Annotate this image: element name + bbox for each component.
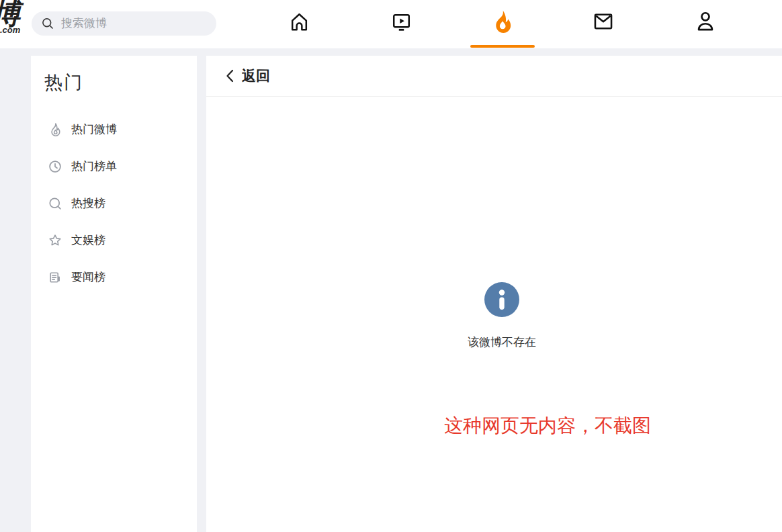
topbar: 博 .com	[0, 0, 782, 48]
info-icon	[484, 282, 519, 317]
sidebar-item-hot-lists[interactable]: 热门榜单	[31, 148, 197, 185]
sidebar-item-label: 热搜榜	[71, 195, 105, 211]
back-label: 返回	[242, 66, 270, 85]
sidebar-item-news[interactable]: 要闻榜	[31, 259, 197, 296]
star-icon	[48, 233, 62, 248]
sidebar-item-entertainment[interactable]: 文娱榜	[31, 222, 197, 259]
sidebar-item-label: 文娱榜	[71, 232, 105, 248]
annotation-text: 这种网页无内容，不截图	[444, 414, 651, 437]
home-icon	[288, 11, 310, 33]
clock-icon	[48, 159, 62, 174]
mail-icon	[592, 10, 615, 33]
search-icon	[41, 17, 54, 30]
sidebar-item-label: 热门榜单	[71, 159, 117, 174]
chevron-left-icon	[224, 67, 237, 85]
empty-state: 该微博不存在	[435, 282, 569, 350]
profile-icon	[694, 10, 717, 33]
flame-icon	[490, 9, 514, 34]
nav-messages[interactable]	[590, 8, 617, 35]
news-icon	[48, 270, 62, 285]
sidebar-item-hot-search[interactable]: 热搜榜	[31, 185, 197, 222]
sidebar-list: 热门微博 热门榜单 热搜榜	[31, 111, 197, 296]
video-icon	[390, 11, 412, 33]
active-tab-underline	[470, 45, 535, 48]
nav-hot[interactable]	[488, 8, 515, 35]
nav-home[interactable]	[286, 8, 312, 35]
back-button[interactable]: 返回	[206, 56, 782, 97]
nav-profile[interactable]	[692, 8, 719, 35]
sidebar-item-label: 要闻榜	[71, 269, 105, 285]
sidebar-item-hot-weibo[interactable]: 热门微博	[31, 111, 197, 148]
flame-icon	[48, 122, 62, 137]
weibo-page: 博 .com	[0, 0, 782, 532]
search-rank-icon	[48, 196, 62, 211]
empty-message: 该微博不存在	[435, 335, 569, 350]
search-input[interactable]	[61, 17, 207, 30]
sidebar-title: 热门	[44, 71, 197, 95]
main-content: 返回 该微博不存在 这种网页无内容，不截图	[206, 56, 782, 532]
sidebar: 热门 热门微博 热门榜单	[31, 56, 197, 532]
nav-video[interactable]	[388, 8, 415, 35]
sidebar-item-label: 热门微博	[71, 122, 117, 137]
search-bar[interactable]	[32, 11, 216, 36]
